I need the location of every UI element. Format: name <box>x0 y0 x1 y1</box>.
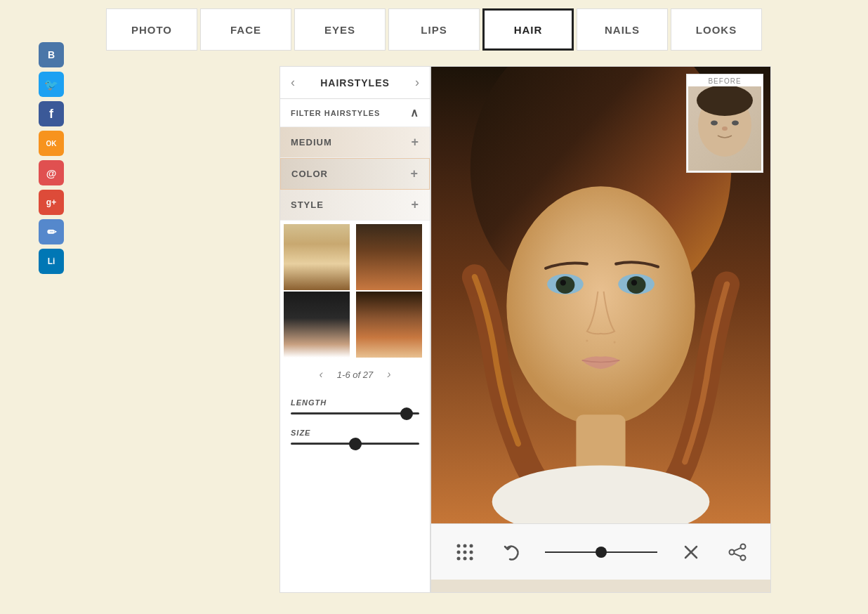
svg-point-12 <box>560 280 566 285</box>
next-page-button[interactable]: › <box>387 368 390 381</box>
length-label: LENGTH <box>291 398 419 407</box>
svg-line-33 <box>734 553 741 556</box>
svg-point-25 <box>463 556 466 560</box>
filter-label: FILTER HAIRSTYLES <box>291 109 380 117</box>
tab-hair[interactable]: HAIR <box>482 8 574 51</box>
filter-medium-label: MEDIUM <box>291 137 332 148</box>
sliders-section: LENGTH SIZE <box>280 388 430 469</box>
left-panel: ‹ HAIRSTYLES › FILTER HAIRSTYLES ∧ MEDIU… <box>280 66 430 593</box>
right-panel: BEFORE <box>430 66 771 593</box>
vk-button[interactable]: В <box>39 42 64 67</box>
share-button[interactable] <box>725 540 750 565</box>
svg-point-31 <box>729 549 734 554</box>
hairstyle-thumb-1[interactable] <box>284 224 350 290</box>
hairstyle-thumb-3[interactable] <box>284 292 350 358</box>
svg-point-24 <box>456 556 460 560</box>
size-slider-container: SIZE <box>291 429 419 445</box>
svg-point-15 <box>614 341 616 344</box>
pagination: ‹ 1-6 of 27 › <box>280 361 430 388</box>
vk-icon: В <box>48 49 55 60</box>
filter-style-plus-icon: + <box>411 197 419 212</box>
filter-color-label: COLOR <box>291 169 328 179</box>
filter-color[interactable]: COLOR + <box>280 158 430 190</box>
svg-point-3 <box>732 121 739 126</box>
svg-rect-16 <box>576 414 625 473</box>
top-nav: PHOTO FACE EYES LIPS HAIR NAILS LOOKS <box>0 0 868 59</box>
svg-line-32 <box>734 547 741 550</box>
mail-icon: @ <box>46 167 57 179</box>
pen-button[interactable]: ✏ <box>39 219 64 244</box>
before-image <box>688 86 761 171</box>
filter-header[interactable]: FILTER HAIRSTYLES ∧ <box>280 99 430 127</box>
close-icon <box>681 542 701 562</box>
size-label: SIZE <box>291 429 419 437</box>
length-slider-container: LENGTH <box>291 398 419 414</box>
next-hairstyle-button[interactable]: › <box>415 75 419 90</box>
prev-hairstyle-button[interactable]: ‹ <box>291 75 295 90</box>
pen-icon: ✏ <box>47 226 56 239</box>
filter-color-plus-icon: + <box>410 166 419 181</box>
bottom-toolbar <box>431 523 770 580</box>
intensity-track <box>545 551 657 553</box>
ok-icon: OK <box>46 140 57 148</box>
svg-point-30 <box>740 555 745 560</box>
svg-point-23 <box>469 550 473 554</box>
filter-section: FILTER HAIRSTYLES ∧ MEDIUM + COLOR + STY… <box>280 99 430 221</box>
hairstyle-thumb-2[interactable] <box>356 224 422 290</box>
before-thumbnail: BEFORE <box>686 74 763 173</box>
svg-point-20 <box>469 544 473 547</box>
length-thumb[interactable] <box>400 407 413 420</box>
googleplus-icon: g+ <box>46 197 56 207</box>
length-track <box>291 412 419 414</box>
svg-point-29 <box>740 544 745 549</box>
tab-eyes[interactable]: EYES <box>294 8 386 51</box>
hairstyle-thumb-4[interactable] <box>356 292 422 358</box>
svg-point-7 <box>506 186 695 426</box>
filter-medium-plus-icon: + <box>411 135 419 150</box>
svg-point-19 <box>463 544 466 547</box>
svg-point-21 <box>456 550 460 554</box>
filter-dots-button[interactable] <box>452 540 478 565</box>
filter-chevron-icon: ∧ <box>410 106 419 119</box>
svg-point-4 <box>722 126 728 131</box>
svg-point-22 <box>463 550 466 554</box>
tab-face[interactable]: FACE <box>200 8 291 51</box>
tab-looks[interactable]: LOOKS <box>671 8 762 51</box>
ok-button[interactable]: OK <box>39 131 64 156</box>
linkedin-button[interactable]: Li <box>39 249 64 274</box>
share-icon <box>728 542 747 562</box>
hairstyles-header: ‹ HAIRSTYLES › <box>280 67 430 99</box>
intensity-slider[interactable] <box>545 551 657 553</box>
hair-grid <box>280 221 430 361</box>
intensity-thumb[interactable] <box>596 547 607 558</box>
tab-nails[interactable]: NAILS <box>577 8 668 51</box>
svg-point-26 <box>469 556 473 560</box>
svg-point-14 <box>586 339 588 341</box>
linkedin-icon: Li <box>48 256 55 266</box>
close-button[interactable] <box>678 540 704 565</box>
dots-icon <box>455 542 475 562</box>
svg-point-18 <box>456 544 460 547</box>
svg-point-1 <box>697 86 753 116</box>
main-content: ‹ HAIRSTYLES › FILTER HAIRSTYLES ∧ MEDIU… <box>280 66 771 593</box>
mail-button[interactable]: @ <box>39 160 64 185</box>
before-label: BEFORE <box>688 76 761 86</box>
svg-point-10 <box>556 276 575 294</box>
tab-photo[interactable]: PHOTO <box>106 8 197 51</box>
undo-button[interactable] <box>499 540 524 565</box>
size-thumb[interactable] <box>349 438 362 450</box>
twitter-button[interactable]: 🐦 <box>39 72 64 97</box>
svg-point-13 <box>631 280 637 285</box>
prev-page-button[interactable]: ‹ <box>320 368 323 381</box>
facebook-icon: f <box>49 107 53 122</box>
facebook-button[interactable]: f <box>39 101 64 126</box>
hairstyles-title: HAIRSTYLES <box>320 77 390 89</box>
filter-style[interactable]: STYLE + <box>280 190 430 221</box>
before-face-svg <box>688 86 761 171</box>
filter-medium[interactable]: MEDIUM + <box>280 127 430 158</box>
filter-style-label: STYLE <box>291 200 324 210</box>
svg-point-2 <box>711 121 718 126</box>
svg-point-11 <box>627 276 646 294</box>
googleplus-button[interactable]: g+ <box>39 190 64 215</box>
tab-lips[interactable]: LIPS <box>388 8 480 51</box>
